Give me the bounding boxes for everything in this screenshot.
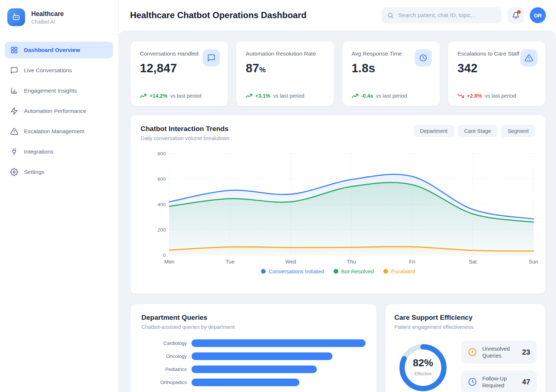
- legend-label: Conversations Initiated: [269, 268, 324, 274]
- filter-pill-department[interactable]: Department: [414, 125, 454, 137]
- legend-dot: [383, 269, 388, 274]
- bar-area: [192, 379, 366, 386]
- donut-svg: 82% Effective: [399, 344, 447, 392]
- header: Healthcare Chatbot Operations Dashboard: [119, 0, 556, 30]
- legend-item-conversations-initiated[interactable]: Conversations Initiated: [261, 268, 324, 274]
- bottom-row: Department Queries Chatbot-assisted quer…: [130, 304, 546, 392]
- legend-item-bot-resolved[interactable]: Bot-Resolved: [334, 268, 374, 274]
- filter-pill-segment[interactable]: Segment: [501, 125, 535, 137]
- app-subtitle: Chatbot AI: [31, 19, 64, 25]
- kpi-trend-delta: -0.4s: [361, 93, 373, 99]
- robot-logo-icon: [7, 8, 25, 26]
- donut-value: 82%: [413, 357, 433, 368]
- svg-text:800: 800: [157, 151, 166, 156]
- stat-value: 47: [522, 378, 530, 386]
- dashboard-grid-icon: [10, 46, 18, 54]
- bar-area: [192, 352, 366, 360]
- stat-label: Follow-UpRequired: [482, 375, 517, 389]
- legend-dot: [334, 269, 338, 274]
- bar-fill-oncology: [192, 352, 333, 360]
- search-icon: [387, 12, 394, 19]
- svg-text:600: 600: [157, 176, 166, 182]
- trend-chart-subtitle: Daily conversation volume breakdown: [141, 135, 229, 141]
- kpi-icon-chip: [415, 49, 432, 66]
- alert-circle-icon: [468, 347, 477, 357]
- legend-label: Escalated: [391, 268, 415, 274]
- line-chart: 0200400600800MonTueWedThuFriSatSun: [141, 148, 535, 265]
- sidebar-item-dashboard-overview[interactable]: Dashboard Overview: [5, 42, 113, 58]
- line-chart-svg: 0200400600800MonTueWedThuFriSatSun: [141, 148, 536, 265]
- bar-area: [192, 339, 366, 347]
- kpi-trend: +2.8% vs last period: [458, 93, 537, 99]
- sidebar-item-label: Escalation Management: [24, 128, 84, 135]
- legend-item-escalated[interactable]: Escalated: [383, 268, 415, 274]
- care-efficiency-body: 82% Effective UnresolvedQueries 23 Follo…: [394, 334, 537, 392]
- bar-label: Orthopedics: [141, 380, 187, 385]
- avatar[interactable]: DR: [530, 7, 546, 23]
- department-queries-card: Department Queries Chatbot-assisted quer…: [130, 304, 377, 392]
- department-queries-title: Department Queries: [141, 314, 366, 322]
- search-input[interactable]: [398, 12, 496, 19]
- stat-box-follow-up-required: Follow-UpRequired 47: [461, 370, 537, 392]
- kpi-trend-period: vs last period: [273, 93, 304, 99]
- kpi-card-avg-response-time: Avg Response Time 1.8s -0.4s vs last per…: [342, 41, 440, 106]
- bar-fill-cardiology: [192, 339, 366, 347]
- stat-box-unresolved-queries: UnresolvedQueries 23: [461, 340, 537, 364]
- sidebar-item-integrations[interactable]: Integrations: [5, 143, 113, 160]
- sidebar-item-escalation-management[interactable]: Escalation Management: [5, 123, 113, 140]
- care-efficiency-title: Care Support Efficiency: [394, 314, 537, 322]
- notifications-button[interactable]: [508, 7, 524, 23]
- sidebar-item-label: Engagement Insights: [24, 87, 77, 94]
- trend-chart-filters: DepartmentCare StageSegment: [414, 125, 535, 137]
- trend-up-icon: [246, 93, 252, 98]
- kpi-trend-period: vs last period: [485, 93, 516, 99]
- bar-fill-orthopedics: [192, 379, 299, 386]
- legend-dot: [261, 269, 266, 274]
- svg-text:200: 200: [157, 227, 166, 233]
- kpi-trend: -0.4s vs last period: [352, 93, 432, 99]
- kpi-trend-period: vs last period: [376, 93, 407, 99]
- bar-label: Pediatrics: [141, 367, 187, 372]
- effectiveness-donut: 82% Effective: [396, 344, 450, 392]
- notification-badge: [517, 10, 521, 14]
- alert-triangle-icon: [525, 54, 533, 62]
- zap-icon: [10, 107, 18, 115]
- svg-text:Sun: Sun: [529, 259, 538, 265]
- kpi-card-escalations-to-care-staff: Escalations to Care Staff 342 +2.8% vs l…: [448, 41, 546, 106]
- trend-chart-titles: Chatbot Interaction Trends Daily convers…: [141, 125, 229, 141]
- brand-text: Healthcare Chatbot AI: [31, 10, 64, 25]
- svg-text:Sat: Sat: [469, 259, 477, 265]
- svg-text:Mon: Mon: [164, 259, 174, 265]
- svg-text:Tue: Tue: [226, 259, 234, 265]
- kpi-value-suffix: %: [259, 66, 266, 74]
- legend-label: Bot-Resolved: [341, 268, 374, 274]
- kpi-trend-delta: +14.2%: [149, 93, 168, 99]
- svg-text:0: 0: [163, 253, 166, 258]
- svg-text:Wed: Wed: [285, 259, 296, 265]
- kpi-label: Automation Resolution Rate: [246, 50, 326, 58]
- sidebar-item-settings[interactable]: Settings: [5, 164, 113, 180]
- filter-pill-care-stage[interactable]: Care Stage: [458, 125, 497, 137]
- sidebar-item-engagement-insights[interactable]: Engagement Insights: [5, 82, 113, 99]
- content: Conversations Handled 12,847 +14.2% vs l…: [119, 30, 556, 392]
- kpi-card-automation-resolution-rate: Automation Resolution Rate 87% +3.1% vs …: [236, 41, 334, 106]
- alert-triangle-icon: [10, 127, 18, 135]
- sidebar-item-automation-performance[interactable]: Automation Performance: [5, 103, 113, 119]
- bar-row-cardiology: Cardiology: [141, 339, 366, 347]
- kpi-icon-chip: [203, 49, 220, 66]
- kpi-label: Conversations Handled: [140, 50, 202, 58]
- trend-chart-title: Chatbot Interaction Trends: [141, 125, 229, 133]
- kpi-trend: +14.2% vs last period: [140, 93, 220, 99]
- care-stats: UnresolvedQueries 23 Follow-UpRequired 4…: [461, 340, 537, 392]
- bar-label: Cardiology: [141, 340, 187, 346]
- clock-icon: [419, 54, 427, 62]
- sidebar-nav: Dashboard Overview Live Conversations En…: [0, 34, 118, 180]
- chat-icon: [207, 54, 215, 62]
- department-bar-chart: Cardiology Oncology Pediatrics Orthopedi…: [141, 339, 366, 386]
- clock-icon: [468, 377, 477, 387]
- sidebar-item-label: Settings: [24, 169, 44, 175]
- sidebar-item-label: Dashboard Overview: [24, 47, 80, 53]
- app-name: Healthcare: [31, 10, 64, 18]
- sidebar-item-live-conversations[interactable]: Live Conversations: [5, 62, 113, 79]
- kpi-trend-period: vs last period: [170, 93, 201, 99]
